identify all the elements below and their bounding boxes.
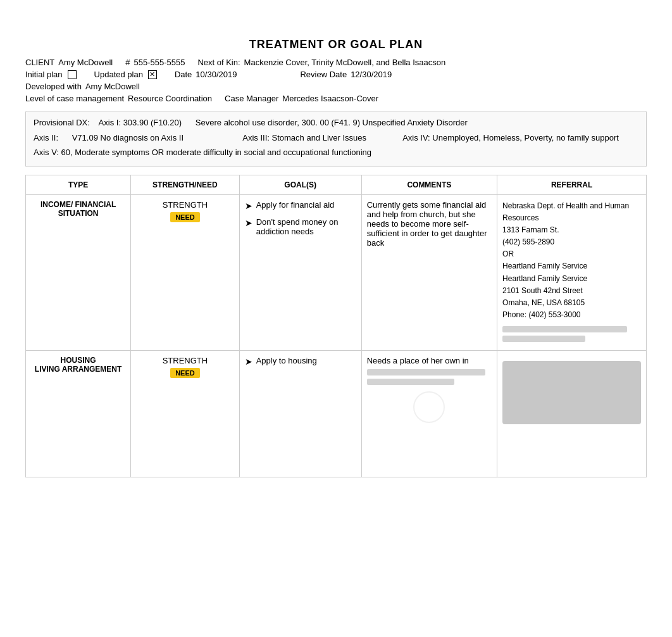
redacted-comments-line-2 <box>367 379 454 385</box>
developed-row: Developed with Amy McDowell <box>25 82 647 91</box>
referral-line-4: Heartland Family Service <box>502 260 641 272</box>
comments-cell-2: Needs a place of her own in <box>361 351 497 477</box>
goals-cell-2: ➤ Apply to housing <box>239 351 361 477</box>
watermark-circle <box>413 391 445 423</box>
axis1-desc: Severe alcohol use disorder, 300. 00 (F4… <box>196 118 468 127</box>
level-value: Resource Coordination <box>128 94 212 103</box>
updated-plan-group: Updated plan <box>94 70 159 79</box>
axis4-label: Axis IV: <box>402 133 430 142</box>
axis3-label: Axis III: <box>242 133 270 142</box>
comments-text-2: Needs a place of her own in <box>367 356 492 365</box>
type-line2-1: SITUATION <box>31 209 125 218</box>
initial-plan-checkbox[interactable] <box>68 70 77 79</box>
referral-line-7: Omaha, NE, USA 68105 <box>502 297 641 309</box>
referral-line-0: Nebraska Dept. of Health and Human Resou… <box>502 200 641 224</box>
id-number: 555-555-5555 <box>134 58 185 67</box>
goal-item-2a: ➤ Apply to housing <box>245 356 356 369</box>
case-management-row: Level of case management Resource Coordi… <box>25 94 647 103</box>
dx-row-1: Provisional DX: Axis I: 303.90 (F10.20) … <box>34 117 638 129</box>
dx-row-3: Axis V: 60, Moderate symptoms OR moderat… <box>34 146 638 159</box>
type-cell-1: INCOME/ FINANCIAL SITUATION <box>26 194 131 351</box>
strength-need-cell-2: STRENGTH NEED <box>131 351 240 477</box>
page-title: TREATMENT OR GOAL PLAN <box>25 38 647 51</box>
table-row: INCOME/ FINANCIAL SITUATION STRENGTH NEE… <box>26 194 647 351</box>
col-comments: COMMENTS <box>361 175 497 194</box>
updated-plan-checkbox[interactable] <box>148 70 157 79</box>
level-label: Level of case management <box>25 94 124 103</box>
goal-bullet-1b: ➤ <box>245 217 252 230</box>
review-date-value: 12/30/2019 <box>351 70 392 79</box>
case-manager-value: Mercedes Isaacson-Cover <box>282 94 378 103</box>
next-of-kin-value: Mackenzie Cover, Trinity McDowell, and B… <box>244 58 446 67</box>
watermark-area <box>367 391 492 423</box>
type-line1-1: INCOME/ FINANCIAL <box>31 200 125 209</box>
redacted-comments-line-1 <box>367 369 486 375</box>
referral-line-6: 2101 South 42nd Street <box>502 285 641 297</box>
dx-row-2: Axis II: V71.09 No diagnosis on Axis II … <box>34 132 638 144</box>
referral-line-8: Phone: (402) 553-3000 <box>502 309 641 321</box>
strength-label-2: STRENGTH <box>136 356 234 365</box>
col-goals: GOAL(S) <box>239 175 361 194</box>
goal-text-1b: Don't spend money on addiction needs <box>256 217 356 236</box>
goal-item-1a: ➤ Apply for financial aid <box>245 200 356 213</box>
goal-bullet-1a: ➤ <box>245 200 252 213</box>
axis5-label: Axis V: <box>34 148 59 157</box>
review-date-label: Review Date <box>300 70 347 79</box>
initial-plan-label: Initial plan <box>25 70 63 79</box>
axis1-code: 303.90 (F10.20) <box>123 118 182 127</box>
type-cell-2: HOUSING LIVING ARRANGEMENT <box>26 351 131 477</box>
goal-text-1a: Apply for financial aid <box>256 200 335 210</box>
axis4-value: Unemployed, Homeless, Poverty, no family… <box>432 133 619 142</box>
case-manager-label: Case Manager <box>225 94 278 103</box>
comments-text-1: Currently gets some financial aid and he… <box>367 200 487 248</box>
client-label: CLIENT <box>25 58 54 67</box>
goal-bullet-2a: ➤ <box>245 356 252 369</box>
type-line1-2: HOUSING <box>31 356 125 365</box>
axis2-label: Axis II: <box>34 133 58 142</box>
referral-line-1: 1313 Farnam St. <box>502 224 641 236</box>
developed-with-label: Developed with <box>25 82 82 91</box>
goal-item-1b: ➤ Don't spend money on addiction needs <box>245 217 356 236</box>
col-referral: REFERRAL <box>497 175 647 194</box>
referral-line-2: (402) 595-2890 <box>502 236 641 248</box>
axis3-value: Stomach and Liver Issues <box>271 133 366 142</box>
redacted-line-1 <box>502 326 627 332</box>
axis5-value: 60, Moderate symptoms OR moderate diffic… <box>61 148 371 157</box>
referral-redacted-block-2 <box>502 361 641 424</box>
date-value: 10/30/2019 <box>196 70 237 79</box>
col-strength-need: STRENGTH/NEED <box>131 175 240 194</box>
type-line2-2: LIVING ARRANGEMENT <box>31 365 125 374</box>
table-row: HOUSING LIVING ARRANGEMENT STRENGTH NEED… <box>26 351 647 477</box>
strength-label-1: STRENGTH <box>136 200 234 210</box>
provisional-label: Provisional DX: <box>34 118 90 127</box>
referral-redacted-area-1 <box>502 326 641 342</box>
comments-cell-1: Currently gets some financial aid and he… <box>361 194 497 351</box>
need-badge-1: NEED <box>170 212 200 222</box>
dx-box: Provisional DX: Axis I: 303.90 (F10.20) … <box>25 111 647 167</box>
plan-row: Initial plan Updated plan Date 10/30/201… <box>25 70 647 79</box>
client-row: CLIENT Amy McDowell # 555-555-5555 Next … <box>25 58 647 67</box>
initial-plan-group: Initial plan <box>25 70 79 79</box>
col-type: TYPE <box>26 175 131 194</box>
referral-line-3: OR <box>502 248 641 260</box>
referral-cell-2 <box>497 351 647 477</box>
date-label: Date <box>175 70 192 79</box>
developed-with-value: Amy McDowell <box>85 82 140 91</box>
goal-text-2a: Apply to housing <box>256 356 317 365</box>
need-badge-2: NEED <box>170 368 200 378</box>
referral-line-5: Heartland Family Service <box>502 273 641 285</box>
referral-cell-1: Nebraska Dept. of Health and Human Resou… <box>497 194 647 351</box>
header-section: CLIENT Amy McDowell # 555-555-5555 Next … <box>25 58 647 103</box>
updated-plan-label: Updated plan <box>94 70 143 79</box>
axis2-value: V71.09 No diagnosis on Axis II <box>72 133 184 142</box>
next-of-kin-label: Next of Kin: <box>197 58 240 67</box>
goals-cell-1: ➤ Apply for financial aid ➤ Don't spend … <box>239 194 361 351</box>
table-header-row: TYPE STRENGTH/NEED GOAL(S) COMMENTS REFE… <box>26 175 647 194</box>
comments-redacted-2 <box>367 369 492 423</box>
main-table: TYPE STRENGTH/NEED GOAL(S) COMMENTS REFE… <box>25 175 647 478</box>
strength-need-cell-1: STRENGTH NEED <box>131 194 240 351</box>
id-symbol: # <box>125 58 130 67</box>
client-name: Amy McDowell <box>58 58 113 67</box>
redacted-line-2 <box>502 336 585 342</box>
axis1-label: Axis I: <box>99 118 121 127</box>
